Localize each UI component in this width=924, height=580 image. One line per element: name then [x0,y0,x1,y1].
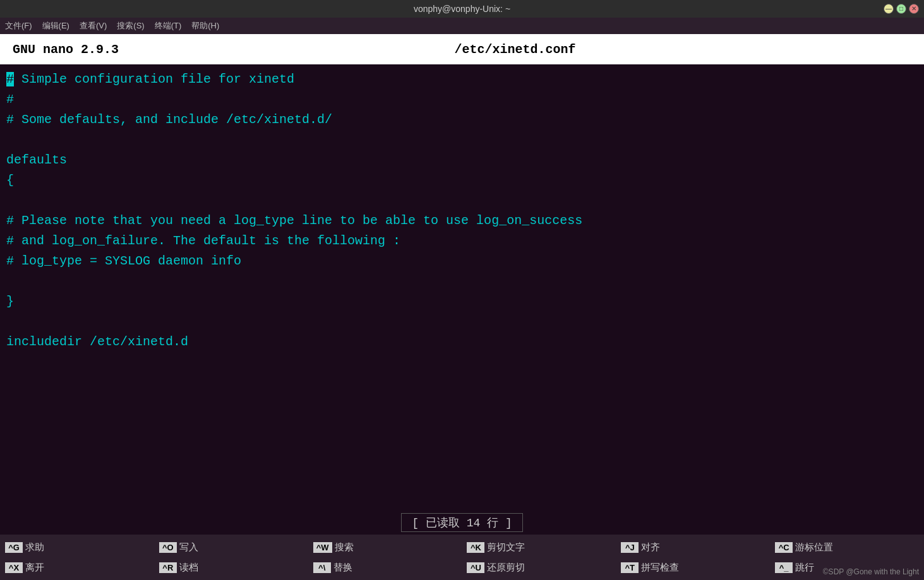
shortcut-exit[interactable]: ^X 离开 [0,561,154,574]
shortcut-label-search: 搜索 [335,542,354,553]
status-bar: [ 已读取 14 行 ] [0,511,924,535]
editor-line-10: # log_type = SYSLOG daemon info [6,251,918,271]
shortcut-spell[interactable]: ^T 拼写检查 [616,561,770,574]
status-message: [ 已读取 14 行 ] [401,513,522,532]
title-bar: vonphy@vonphy-Unix: ~ — □ ✕ [0,0,924,18]
editor-line-14: includedir /etc/xinetd.d [6,332,918,352]
editor-line-11 [6,271,918,292]
shortcut-bar: ^G 求助 ^X 离开 ^O 写入 ^R 读档 ^W 搜索 ^\ 替换 ^K 剪… [0,535,924,580]
menu-edit[interactable]: 编辑(E) [42,20,69,32]
shortcut-key-exit: ^X [5,562,23,573]
shortcut-label-goto-line: 跳行 [795,562,814,574]
editor-area[interactable]: # Simple configuration file for xinetd #… [0,64,924,511]
editor-line-9: # and log_on_failure. The default is the… [6,231,918,251]
shortcut-cut[interactable]: ^K 剪切文字 [462,541,616,554]
shortcut-key-replace: ^\ [313,562,331,573]
shortcut-label-help: 求助 [25,542,44,553]
title-text: vonphy@vonphy-Unix: ~ [414,4,510,14]
menu-terminal[interactable]: 终端(T) [155,20,182,32]
shortcut-label-cut: 剪切文字 [487,542,525,553]
menu-bar: 文件(F) 编辑(E) 查看(V) 搜索(S) 终端(T) 帮助(H) [0,18,924,34]
shortcut-replace[interactable]: ^\ 替换 [308,561,462,574]
editor-line-3: # Some defaults, and include /etc/xinetd… [6,110,918,130]
editor-line-4 [6,130,918,150]
menu-view[interactable]: 查看(V) [80,20,107,32]
shortcut-read[interactable]: ^R 读档 [154,561,308,574]
shortcut-search[interactable]: ^W 搜索 [308,541,462,554]
shortcut-label-write: 写入 [179,542,198,553]
editor-line-13 [6,312,918,332]
editor-line-12: } [6,292,918,312]
editor-line-1: # Simple configuration file for xinetd [6,69,918,90]
shortcut-col-3: ^W 搜索 ^\ 替换 [308,535,462,580]
shortcut-key-justify: ^J [621,542,639,553]
editor-line-7 [6,191,918,211]
maximize-button[interactable]: □ [896,4,906,14]
shortcut-key-uncut: ^U [467,562,484,573]
close-button[interactable]: ✕ [909,4,919,14]
shortcut-label-replace: 替换 [333,562,352,574]
editor-line-6: { [6,170,918,191]
shortcut-col-2: ^O 写入 ^R 读档 [154,535,308,580]
shortcut-label-exit: 离开 [25,562,44,574]
shortcut-label-read: 读档 [179,562,198,574]
shortcut-key-search: ^W [313,542,332,553]
shortcut-key-cut: ^K [467,542,484,553]
shortcut-cursor-pos[interactable]: ^C 游标位置 [770,541,924,554]
shortcut-label-spell: 拼写检查 [641,562,679,574]
shortcut-key-write: ^O [159,542,177,553]
window-controls: — □ ✕ [884,4,919,14]
shortcut-help[interactable]: ^G 求助 [0,541,154,554]
shortcut-label-justify: 对齐 [641,542,660,553]
shortcut-col-5: ^J 对齐 ^T 拼写检查 [616,535,770,580]
editor-line-8: # Please note that you need a log_type l… [6,211,918,231]
shortcut-key-goto-line: ^_ [775,562,793,573]
nano-filename: /etc/xinetd.conf [119,42,911,57]
shortcut-key-help: ^G [5,542,23,553]
menu-file[interactable]: 文件(F) [5,20,32,32]
editor-line-5: defaults [6,150,918,170]
shortcut-key-spell: ^T [621,562,639,573]
shortcut-justify[interactable]: ^J 对齐 [616,541,770,554]
menu-help[interactable]: 帮助(H) [191,20,219,32]
nano-version: GNU nano 2.9.3 [13,42,119,57]
editor-line-2: # [6,90,918,110]
cursor: # [6,72,14,86]
watermark: ©SDP @Gone with the Light [823,567,919,576]
shortcut-col-1: ^G 求助 ^X 离开 [0,535,154,580]
minimize-button[interactable]: — [884,4,894,14]
shortcut-label-cursor-pos: 游标位置 [795,542,833,553]
shortcut-write[interactable]: ^O 写入 [154,541,308,554]
shortcut-label-uncut: 还原剪切 [487,562,525,574]
shortcut-key-cursor-pos: ^C [775,542,793,553]
menu-search[interactable]: 搜索(S) [117,20,144,32]
shortcut-uncut[interactable]: ^U 还原剪切 [462,561,616,574]
line-1-rest: Simple configuration file for xinetd [14,72,294,86]
shortcut-col-4: ^K 剪切文字 ^U 还原剪切 [462,535,616,580]
nano-header: GNU nano 2.9.3 /etc/xinetd.conf [0,34,924,64]
shortcut-key-read: ^R [159,562,177,573]
